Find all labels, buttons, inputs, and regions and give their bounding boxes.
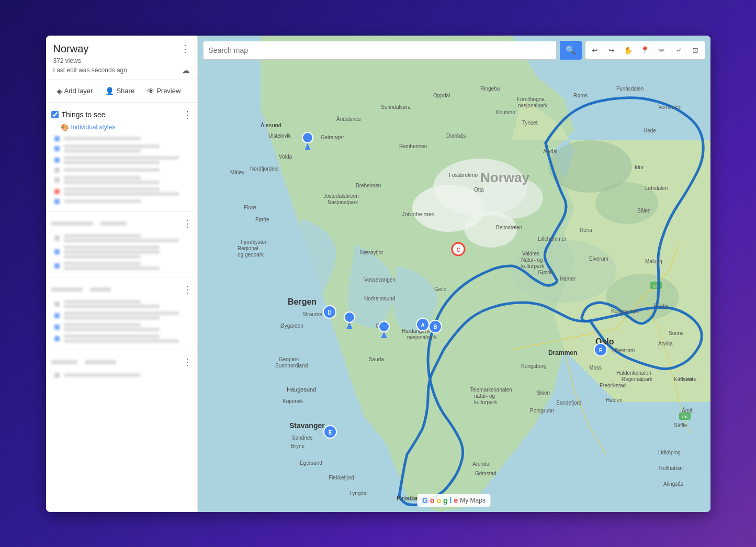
list-item[interactable] <box>46 371 197 379</box>
svg-text:Vossevangen: Vossevangen <box>364 277 396 283</box>
layer-4: ⋮ <box>46 350 197 385</box>
item-line <box>64 161 160 164</box>
svg-text:Volda: Volda <box>279 154 292 160</box>
svg-text:Ringebu: Ringebu <box>480 86 500 92</box>
svg-text:Sandnes: Sandnes <box>292 435 312 441</box>
layer-header-1: Things to see ⋮ <box>46 107 197 122</box>
layer-items-1 <box>46 133 197 207</box>
svg-text:Ulsteinvik: Ulsteinvik <box>268 133 291 139</box>
list-item[interactable] <box>46 244 197 260</box>
svg-text:kulturpark: kulturpark <box>521 263 545 269</box>
list-item[interactable] <box>46 135 197 143</box>
preview-button[interactable]: 👁 Preview <box>142 84 186 98</box>
item-text <box>64 245 192 259</box>
directions-button[interactable]: ⤶ <box>671 43 686 58</box>
list-item[interactable] <box>46 154 197 166</box>
svg-text:Dombås: Dombås <box>446 133 466 139</box>
svg-text:Arvika: Arvika <box>658 341 673 347</box>
svg-text:Geiranger: Geiranger <box>321 135 344 140</box>
svg-text:Lillehammer: Lillehammer <box>538 236 567 242</box>
map-area: 🔍 ↩ ↪ ✋ 📍 ✏ ⤶ ⊡ <box>198 36 710 512</box>
map-search-input[interactable] <box>203 41 557 60</box>
svg-text:Norheimsund: Norheimsund <box>364 296 395 302</box>
item-line <box>64 262 141 265</box>
svg-text:Rena: Rena <box>580 227 592 233</box>
undo-button[interactable]: ↩ <box>587 43 603 58</box>
list-item[interactable] <box>46 232 197 244</box>
item-line <box>64 234 141 238</box>
layer-more-icon-1[interactable]: ⋮ <box>183 109 192 120</box>
layer-title-blur2 <box>100 221 127 226</box>
item-text <box>64 156 192 164</box>
layer-more-icon-2[interactable]: ⋮ <box>183 218 192 229</box>
svg-text:Beitostølen: Beitostølen <box>496 225 522 230</box>
layer-checkbox-1[interactable] <box>51 111 59 118</box>
svg-text:Oppdal: Oppdal <box>433 93 450 98</box>
item-dot <box>54 336 60 341</box>
svg-text:Sunnhordland: Sunnhordland <box>275 363 308 369</box>
list-item[interactable] <box>46 143 197 154</box>
svg-text:Tynset: Tynset <box>522 120 538 126</box>
svg-text:Bergen: Bergen <box>288 297 317 306</box>
list-item[interactable] <box>46 298 197 310</box>
map-footer: G o o g l e My Maps <box>417 494 491 507</box>
preview-label: Preview <box>156 87 180 95</box>
svg-text:Røros: Røros <box>573 93 588 98</box>
svg-text:Ålesund: Ålesund <box>261 122 281 128</box>
list-item[interactable] <box>46 174 197 186</box>
svg-text:Åndalsnes: Åndalsnes <box>336 116 361 122</box>
item-line <box>64 187 160 191</box>
svg-text:Bryne: Bryne <box>291 443 305 449</box>
list-item[interactable] <box>46 321 197 333</box>
sidebar-header: Norway ⋮ 372 views Last edit was seconds… <box>46 36 197 80</box>
measure-button[interactable]: ⊡ <box>687 43 703 58</box>
item-dot <box>54 168 60 173</box>
style-icon-1: 🎨 <box>61 124 69 131</box>
add-layer-button[interactable]: ◈ Add layer <box>51 84 98 98</box>
svg-text:Otta: Otta <box>474 187 484 193</box>
layer-more-icon-4[interactable]: ⋮ <box>183 356 192 368</box>
list-item[interactable] <box>46 186 197 197</box>
item-line <box>64 168 160 172</box>
redo-button[interactable]: ↪ <box>604 43 619 58</box>
layer-style-1[interactable]: 🎨 Individual styles <box>46 122 197 133</box>
sidebar-actions: ◈ Add layer 👤 Share 👁 Preview <box>46 80 197 103</box>
list-item[interactable] <box>46 260 197 272</box>
pan-tool-button[interactable]: ✋ <box>620 43 636 58</box>
more-options-icon[interactable]: ⋮ <box>180 43 190 54</box>
svg-text:E: E <box>328 430 332 436</box>
svg-text:Lofsdalen: Lofsdalen <box>645 185 668 191</box>
list-item[interactable] <box>46 166 197 174</box>
svg-text:C: C <box>456 247 460 253</box>
item-line <box>64 245 160 249</box>
svg-text:Alvdal: Alvdal <box>543 149 557 154</box>
layer-header-3: ⋮ <box>46 282 197 297</box>
list-item[interactable] <box>46 310 197 321</box>
svg-text:kulturpark: kulturpark <box>474 399 498 405</box>
item-line <box>64 144 160 148</box>
item-text <box>64 311 192 320</box>
main-container: Norway ⋮ 372 views Last edit was seconds… <box>46 36 710 512</box>
list-item[interactable] <box>46 197 197 206</box>
layer-more-icon-3[interactable]: ⋮ <box>183 284 192 295</box>
last-edit: Last edit was seconds ago <box>53 66 190 74</box>
map-search-button[interactable]: 🔍 <box>560 41 582 60</box>
svg-text:Sälen: Sälen <box>637 208 651 214</box>
item-line <box>64 137 141 140</box>
item-text <box>64 187 192 196</box>
share-button[interactable]: 👤 Share <box>100 84 140 98</box>
svg-text:Kongsvinger: Kongsvinger <box>611 308 640 314</box>
google-g-letter: G <box>422 496 428 505</box>
svg-text:Trollhättan: Trollhättan <box>658 465 683 471</box>
item-dot <box>54 249 60 254</box>
layers-icon: ◈ <box>57 87 62 95</box>
google-o2-letter: o <box>436 496 441 505</box>
title-row: Norway ⋮ <box>53 43 190 55</box>
draw-tool-button[interactable]: ✏ <box>654 43 670 58</box>
list-item[interactable] <box>46 333 197 344</box>
marker-tool-button[interactable]: 📍 <box>637 43 653 58</box>
item-text <box>64 323 192 331</box>
item-dot <box>54 158 60 163</box>
item-dot <box>54 325 60 330</box>
svg-text:Torsby: Torsby <box>653 303 668 309</box>
